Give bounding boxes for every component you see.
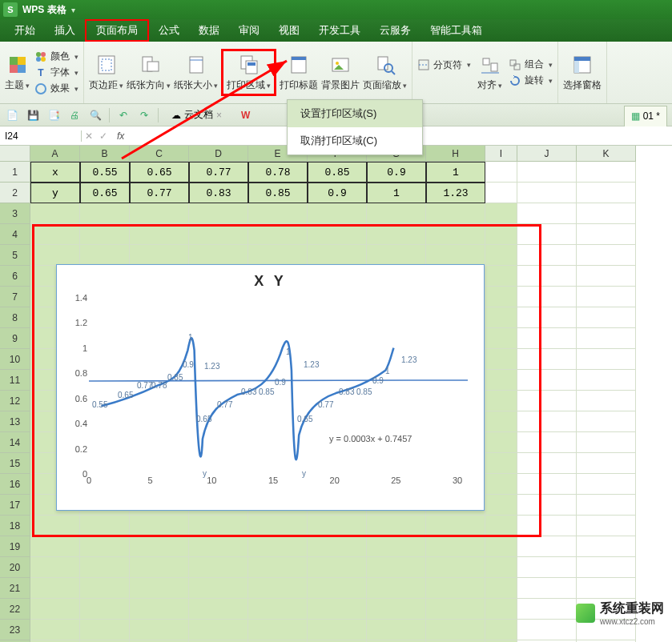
row-header[interactable]: 15 — [0, 453, 30, 474]
tab-review[interactable]: 审阅 — [229, 19, 269, 42]
tab-formula[interactable]: 公式 — [149, 19, 189, 42]
active-doc-tab[interactable]: ▦01 * — [624, 106, 667, 126]
orientation-button[interactable]: 纸张方向▾ — [127, 53, 171, 92]
row-header[interactable]: 22 — [0, 599, 30, 620]
row-header[interactable]: 6 — [0, 266, 30, 287]
cell[interactable] — [517, 162, 577, 183]
cell[interactable] — [577, 245, 636, 266]
cell[interactable] — [577, 495, 636, 516]
cell[interactable] — [308, 557, 367, 578]
cell[interactable] — [30, 536, 80, 557]
new-icon[interactable]: 📄 — [5, 108, 19, 122]
cell[interactable] — [189, 557, 248, 578]
fx-label[interactable]: fx — [111, 130, 131, 142]
cell[interactable] — [248, 599, 308, 620]
tab-smart-toolbox[interactable]: 智能工具箱 — [421, 19, 492, 42]
tab-insert[interactable]: 插入 — [45, 19, 85, 42]
row-header[interactable]: 17 — [0, 495, 30, 516]
tab-page-layout[interactable]: 页面布局 — [85, 19, 149, 42]
row-header[interactable]: 23 — [0, 620, 30, 640]
cell[interactable] — [426, 536, 485, 557]
cell[interactable]: 0.9 — [308, 183, 367, 203]
save-as-icon[interactable]: 📑 — [46, 108, 61, 122]
row-header[interactable]: 8 — [0, 307, 30, 328]
cell[interactable]: 0.65 — [130, 162, 189, 183]
cell[interactable] — [577, 516, 636, 536]
cell[interactable] — [577, 370, 636, 391]
cell[interactable] — [189, 620, 248, 640]
cell[interactable] — [577, 578, 636, 599]
cell[interactable] — [577, 183, 636, 203]
cell[interactable] — [367, 557, 426, 578]
cell[interactable] — [308, 203, 367, 224]
cell[interactable] — [426, 599, 485, 620]
row-header[interactable]: 10 — [0, 349, 30, 370]
cell[interactable] — [189, 578, 248, 599]
row-header[interactable]: 1 — [0, 162, 30, 183]
cell[interactable] — [189, 536, 248, 557]
cell[interactable] — [30, 557, 80, 578]
column-header[interactable]: C — [130, 146, 189, 162]
cell[interactable] — [80, 536, 130, 557]
column-header[interactable]: B — [80, 146, 130, 162]
cell[interactable]: 0.77 — [189, 162, 248, 183]
cell[interactable] — [130, 620, 189, 640]
column-header[interactable]: H — [426, 146, 485, 162]
cell[interactable] — [367, 599, 426, 620]
cell[interactable]: 1 — [367, 183, 426, 203]
rotate-button[interactable]: 旋转▾ — [509, 74, 553, 87]
cell[interactable] — [130, 599, 189, 620]
cell[interactable] — [30, 578, 80, 599]
save-icon[interactable]: 💾 — [26, 108, 40, 122]
cell[interactable] — [80, 557, 130, 578]
row-header[interactable]: 16 — [0, 474, 30, 495]
page-zoom-button[interactable]: 页面缩放▾ — [363, 53, 407, 92]
chart-object[interactable]: X Y 00.20.40.60.811.21.4 0.55 0.65 0.77 … — [56, 264, 485, 511]
cell[interactable] — [577, 453, 636, 474]
cell[interactable] — [248, 620, 308, 640]
cell[interactable]: 0.55 — [80, 162, 130, 183]
cell[interactable]: 0.77 — [130, 183, 189, 203]
cell[interactable] — [577, 411, 636, 432]
cell[interactable] — [577, 557, 636, 578]
selection-pane-button[interactable]: 选择窗格 — [563, 53, 602, 92]
cloud-doc-tab[interactable]: ☁云文档× — [165, 108, 228, 122]
cell[interactable]: 1.23 — [426, 183, 485, 203]
accept-edit-icon[interactable]: ✓ — [96, 129, 111, 143]
row-header[interactable]: 19 — [0, 536, 30, 557]
print-area-button[interactable]: 打印区域▾ — [221, 49, 276, 96]
cell[interactable] — [308, 599, 367, 620]
cell[interactable] — [367, 536, 426, 557]
tab-data[interactable]: 数据 — [189, 19, 229, 42]
cell[interactable] — [130, 536, 189, 557]
margin-button[interactable]: 页边距▾ — [89, 53, 123, 92]
cell[interactable] — [308, 536, 367, 557]
cell[interactable] — [308, 620, 367, 640]
cell[interactable] — [485, 620, 517, 640]
cell[interactable] — [80, 203, 130, 224]
cell[interactable] — [577, 266, 636, 287]
row-header[interactable]: 5 — [0, 245, 30, 266]
cell[interactable] — [30, 620, 80, 640]
cell[interactable] — [517, 578, 577, 599]
cell[interactable] — [367, 620, 426, 640]
set-print-area-item[interactable]: 设置打印区域(S) — [288, 100, 422, 127]
cell[interactable] — [577, 287, 636, 307]
print-icon[interactable]: 🖨 — [67, 108, 82, 122]
row-header[interactable]: 7 — [0, 287, 30, 307]
cell[interactable] — [577, 391, 636, 411]
cell[interactable] — [485, 162, 517, 183]
row-header[interactable]: 21 — [0, 578, 30, 599]
spreadsheet-grid[interactable]: ABCDEFGHIJK 1234567891011121314151617181… — [0, 146, 672, 642]
cancel-edit-icon[interactable]: ✕ — [82, 129, 96, 143]
cell[interactable] — [130, 557, 189, 578]
align-button[interactable]: 对齐▾ — [477, 53, 502, 92]
row-header[interactable]: 18 — [0, 516, 30, 536]
cell[interactable] — [577, 328, 636, 349]
cell[interactable] — [130, 203, 189, 224]
cell[interactable] — [248, 578, 308, 599]
cell[interactable] — [367, 578, 426, 599]
column-header[interactable]: K — [577, 146, 636, 162]
cell[interactable] — [80, 599, 130, 620]
cell[interactable] — [577, 474, 636, 495]
